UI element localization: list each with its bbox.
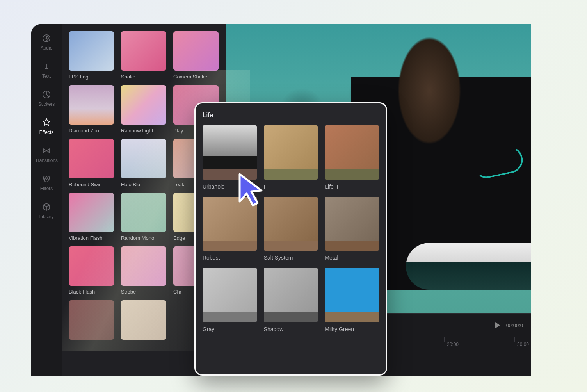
filter-item-shadow[interactable]: Shadow [264, 268, 318, 332]
filter-item-life-ii[interactable]: Life II [325, 125, 379, 190]
effect-thumbnail [121, 139, 166, 178]
filter-thumbnail [264, 268, 318, 322]
effect-item-camera-shake[interactable]: Camera Shake [173, 31, 219, 80]
popup-title: Life [203, 111, 379, 119]
filter-thumbnail [325, 197, 379, 251]
sidebar-item-text[interactable]: Text [33, 62, 60, 79]
effect-item-vibration-flash[interactable]: Vibration Flash [69, 193, 114, 241]
filter-item-milky-green[interactable]: Milky Green [325, 268, 379, 332]
sidebar-label: Filters [40, 186, 53, 191]
filter-item-life-i[interactable]: I [264, 125, 318, 190]
sidebar-item-effects[interactable]: Effects [33, 118, 60, 135]
effect-thumbnail [69, 31, 114, 71]
effect-thumbnail [121, 300, 166, 340]
sidebar-label: Effects [39, 130, 53, 135]
filter-thumbnail [203, 268, 257, 322]
effect-item[interactable] [69, 300, 114, 343]
sidebar-item-stickers[interactable]: Stickers [33, 90, 60, 107]
filter-label: Life II [325, 184, 379, 190]
effect-thumbnail [121, 31, 166, 71]
filter-label: I [264, 184, 318, 190]
filter-item-metal[interactable]: Metal [325, 197, 379, 261]
sidebar-label: Text [42, 73, 51, 79]
effect-item-black-flash[interactable]: Black Flash [69, 246, 114, 295]
svg-point-1 [46, 38, 47, 39]
filter-item-robust[interactable]: Robust [203, 197, 257, 261]
effect-thumbnail [121, 193, 166, 232]
filter-item-urbanoid[interactable]: Urbanoid [203, 125, 257, 190]
filter-thumbnail [203, 125, 257, 180]
library-icon [42, 202, 51, 212]
sidebar-item-audio[interactable]: Audio [33, 34, 60, 51]
filter-label: Milky Green [325, 326, 379, 332]
filter-label: Gray [203, 326, 257, 332]
sidebar-label: Transitions [35, 158, 58, 163]
filter-label: Shadow [264, 326, 318, 332]
effect-label: Rainbow Light [121, 128, 166, 134]
tool-sidebar: Audio Text Stickers Effects Transitions [31, 24, 62, 376]
effect-item[interactable] [121, 300, 166, 343]
effect-thumbnail [69, 85, 114, 125]
effect-item-diamond-zoo[interactable]: Diamond Zoo [69, 85, 114, 134]
sidebar-item-transitions[interactable]: Transitions [33, 146, 60, 163]
timecode: 00:00:0 [506, 323, 523, 328]
effect-thumbnail [69, 246, 114, 286]
effect-item-rebound-swing[interactable]: Rebound Swin [69, 139, 114, 187]
filter-thumbnail [264, 197, 318, 251]
filter-thumbnail [203, 197, 257, 251]
filter-thumbnail [264, 125, 318, 180]
effect-item-shake[interactable]: Shake [121, 31, 166, 80]
ruler-mark: 30:00 [514, 337, 529, 342]
filter-label: Urbanoid [203, 184, 257, 190]
sidebar-item-filters[interactable]: Filters [33, 174, 60, 191]
effect-item-strobe[interactable]: Strobe [121, 246, 166, 295]
effect-item-halo-blur[interactable]: Halo Blur [121, 139, 166, 187]
sidebar-label: Stickers [38, 102, 55, 107]
effect-label: Black Flash [69, 289, 114, 295]
filter-label: Salt System [264, 255, 318, 261]
filters-icon [42, 174, 51, 184]
effect-thumbnail [69, 139, 114, 178]
stickers-icon [42, 90, 51, 99]
effect-label: Random Mono [121, 235, 166, 241]
effect-label: Halo Blur [121, 182, 166, 187]
sidebar-label: Audio [41, 45, 53, 51]
filter-label: Metal [325, 255, 379, 261]
filter-thumbnail [325, 268, 379, 322]
effect-label: Camera Shake [173, 74, 219, 80]
effect-label: FPS Lag [69, 74, 114, 80]
effect-label: Rebound Swin [69, 182, 114, 187]
effect-item-fps-lag[interactable]: FPS Lag [69, 31, 114, 80]
sidebar-item-library[interactable]: Library [33, 202, 60, 219]
effect-item-rainbow-light[interactable]: Rainbow Light [121, 85, 166, 134]
audio-icon [42, 34, 51, 43]
filter-item-salt-system[interactable]: Salt System [264, 197, 318, 261]
effect-thumbnail [173, 31, 219, 71]
effect-label: Shake [121, 74, 166, 80]
filter-thumbnail [325, 125, 379, 180]
filter-label: Robust [203, 255, 257, 261]
effect-item-random-mono[interactable]: Random Mono [121, 193, 166, 241]
filter-item-gray[interactable]: Gray [203, 268, 257, 332]
effects-icon [42, 118, 51, 127]
effect-thumbnail [121, 246, 166, 286]
effect-thumbnail [121, 85, 166, 125]
effect-label: Vibration Flash [69, 235, 114, 241]
effect-thumbnail [69, 193, 114, 232]
preview-surfboard [406, 243, 531, 290]
text-icon [42, 62, 51, 71]
transitions-icon [42, 146, 51, 155]
filter-popup-life: Life Urbanoid I Life II Robust Salt Syst… [194, 102, 387, 376]
ruler-mark: 20:00 [444, 337, 459, 342]
effect-label: Strobe [121, 289, 166, 295]
play-button[interactable] [495, 322, 500, 328]
effect-label: Diamond Zoo [69, 128, 114, 134]
sidebar-label: Library [39, 214, 54, 219]
effect-thumbnail [69, 300, 114, 340]
